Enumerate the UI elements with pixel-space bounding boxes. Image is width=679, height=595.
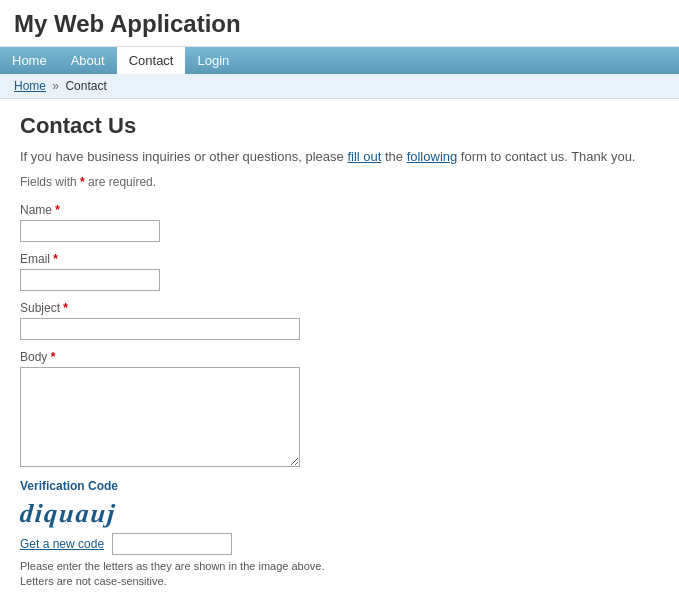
app-header: My Web Application (0, 0, 679, 47)
content-area: Contact Us If you have business inquirie… (0, 99, 660, 595)
email-input[interactable] (20, 269, 160, 291)
page-heading: Contact Us (20, 113, 640, 139)
email-label: Email * (20, 252, 640, 266)
body-label: Body * (20, 350, 640, 364)
verification-section: Verification Code diquauj Get a new code… (20, 479, 640, 590)
subject-input[interactable] (20, 318, 300, 340)
name-required-star: * (52, 203, 60, 217)
required-note: Fields with * are required. (20, 175, 640, 189)
breadcrumb: Home » Contact (0, 74, 679, 99)
captcha-hint: Please enter the letters as they are sho… (20, 559, 640, 590)
required-star: * (80, 175, 85, 189)
nav-contact[interactable]: Contact (117, 47, 186, 74)
email-field-group: Email * (20, 252, 640, 291)
subject-label: Subject * (20, 301, 640, 315)
name-input[interactable] (20, 220, 160, 242)
nav-about[interactable]: About (59, 47, 117, 74)
get-new-code-link[interactable]: Get a new code (20, 537, 104, 551)
body-required-star: * (47, 350, 55, 364)
verification-label: Verification Code (20, 479, 640, 493)
email-required-star: * (50, 252, 58, 266)
nav-bar: Home About Contact Login (0, 47, 679, 74)
subject-required-star: * (60, 301, 68, 315)
intro-text-content: If you have business inquiries or other … (20, 149, 635, 164)
app-title: My Web Application (14, 10, 241, 37)
name-label: Name * (20, 203, 640, 217)
captcha-row: Get a new code (20, 533, 640, 555)
captcha-image: diquauj (19, 499, 118, 529)
nav-login[interactable]: Login (185, 47, 241, 74)
name-field-group: Name * (20, 203, 640, 242)
nav-home[interactable]: Home (0, 47, 59, 74)
breadcrumb-separator: » (52, 79, 59, 93)
fill-out-link: fill out (347, 149, 381, 164)
captcha-input[interactable] (112, 533, 232, 555)
breadcrumb-current: Contact (65, 79, 106, 93)
following-link: following (407, 149, 458, 164)
body-textarea[interactable] (20, 367, 300, 467)
intro-text: If you have business inquiries or other … (20, 147, 640, 167)
body-field-group: Body * (20, 350, 640, 467)
breadcrumb-home-link[interactable]: Home (14, 79, 46, 93)
subject-field-group: Subject * (20, 301, 640, 340)
